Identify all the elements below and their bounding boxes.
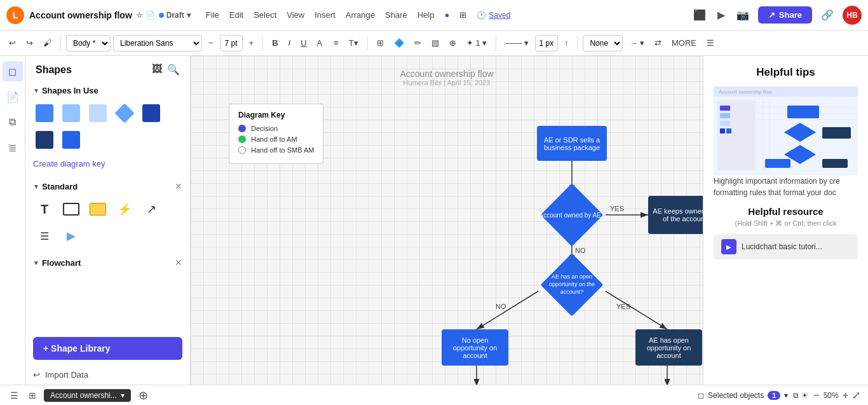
line-width-input[interactable] — [535, 35, 558, 51]
swap-button[interactable]: ⇄ — [651, 36, 665, 50]
play-shape[interactable]: ▶ — [60, 224, 83, 247]
bolt-shape[interactable]: ⚡ — [113, 198, 136, 221]
text-align-button[interactable]: ≡ — [330, 36, 342, 50]
shape-diamond[interactable] — [113, 102, 136, 125]
menu-share[interactable]: Share — [385, 10, 407, 20]
collapse-panel-button[interactable]: ☰ — [703, 36, 718, 50]
share-button[interactable]: ↗ Share — [758, 6, 812, 24]
effects-button[interactable]: ✦ 1 ▾ — [463, 36, 491, 50]
star-icon[interactable]: ☆ — [136, 11, 143, 20]
italic-button[interactable]: I — [285, 36, 295, 50]
standard-close-button[interactable]: ✕ — [175, 181, 182, 191]
redo-button[interactable]: ↪ — [22, 36, 37, 50]
font-size-input[interactable] — [220, 35, 243, 51]
link-icon[interactable]: 🔗 — [818, 6, 836, 24]
font-color-button[interactable]: A — [313, 36, 328, 50]
node-ae-sdr-label: AE or SDR sells a business package — [541, 136, 603, 151]
list-shape[interactable]: ☰ — [33, 224, 56, 247]
saved-indicator: 🕐 Saved — [477, 11, 510, 20]
menu-help[interactable]: Help — [417, 10, 435, 20]
zoom-in-button[interactable]: + — [843, 390, 848, 401]
selected-chevron[interactable]: ▾ — [784, 391, 788, 400]
node-open-opportunity[interactable]: AE has an open opportunity on the accoun… — [537, 263, 607, 307]
grid-icon[interactable]: ⊞ — [459, 10, 466, 20]
flowchart-close-button[interactable]: ✕ — [175, 257, 182, 268]
image-icon[interactable]: 🖼 — [152, 64, 162, 76]
text-format-button[interactable]: T▾ — [345, 36, 362, 50]
menu-select[interactable]: Select — [254, 10, 276, 20]
app-logo[interactable]: L — [6, 6, 24, 24]
more-button[interactable]: MORE — [668, 36, 700, 50]
data-panel-toggle[interactable]: ≣ — [3, 137, 23, 158]
rect-shape[interactable] — [60, 198, 83, 221]
shapes-panel-toggle[interactable]: ◻ — [3, 61, 23, 81]
canvas-area[interactable]: Account ownership flow Humera Bibi | Apr… — [191, 56, 703, 385]
undo-button[interactable]: ↩ — [5, 36, 20, 50]
end-style-select[interactable]: None — [583, 35, 623, 51]
list-view-button[interactable]: ☰ — [8, 388, 21, 403]
key-dot-handoff-smb — [238, 146, 246, 154]
fill-style-button[interactable]: ▧ — [428, 36, 443, 50]
create-diagram-key-link[interactable]: Create diagram key — [25, 156, 190, 176]
shape-library-button[interactable]: + Shape Library — [33, 337, 182, 360]
style-select[interactable]: Body * — [66, 35, 111, 51]
line-color-button[interactable]: ✏ — [410, 36, 425, 50]
insert-shape-button[interactable]: ⊞ — [373, 36, 388, 50]
node-ae-sdr-sells[interactable]: AE or SDR sells a business package — [537, 126, 607, 161]
import-data-button[interactable]: ↩ Import Data — [25, 365, 190, 385]
font-size-increase[interactable]: + — [245, 36, 258, 50]
section-flowchart[interactable]: ▼ Flowchart ✕ — [25, 252, 190, 271]
shape-pale-blue-rect[interactable] — [86, 102, 109, 125]
fit-screen-button[interactable]: ⤢ — [852, 389, 860, 401]
camera-icon[interactable]: 📷 — [734, 6, 752, 24]
doc-icon[interactable]: 📄 — [146, 11, 155, 20]
grid-view-button[interactable]: ⊞ — [26, 388, 39, 403]
draft-chevron[interactable]: ▾ — [187, 11, 191, 20]
line-end-button[interactable]: ↑ — [560, 36, 573, 50]
video-tutorial-button[interactable]: ▶ Lucidchart basic tutori... — [714, 234, 858, 259]
draft-badge: Draft ▾ — [159, 11, 191, 20]
node-account-owned[interactable]: Account owned by AE? — [537, 193, 607, 237]
fill-color-button[interactable]: 🔷 — [390, 36, 408, 50]
node-ae-keeps-ownership[interactable]: AE keeps ownership of the account — [648, 196, 703, 234]
underline-button[interactable]: U — [297, 36, 310, 50]
shape-blue-rect[interactable] — [33, 102, 56, 125]
menu-edit[interactable]: Edit — [229, 10, 243, 20]
arrow-select[interactable]: → ▾ — [625, 36, 648, 50]
presentation-icon[interactable]: ⬛ — [691, 6, 709, 24]
layers-button[interactable]: ⧉ ☀ — [793, 391, 808, 400]
format-paint-button[interactable]: 🖌 — [39, 36, 55, 50]
shape-navy-rect[interactable] — [33, 128, 56, 151]
section-shapes-in-use[interactable]: ▼ Shapes In Use — [25, 81, 190, 99]
add-tab-button[interactable]: ⊕ — [136, 386, 151, 405]
flowchart-triangle: ▼ — [33, 259, 39, 266]
text-shape[interactable]: T — [33, 198, 56, 221]
saved-label[interactable]: Saved — [489, 11, 510, 20]
font-size-decrease[interactable]: − — [205, 36, 217, 50]
font-select[interactable]: Liberation Sans — [113, 35, 202, 51]
shape-light-blue-rect[interactable] — [60, 102, 83, 125]
shape-mid-blue-rect[interactable] — [60, 128, 83, 151]
arrow-shape[interactable]: ↗ — [140, 198, 163, 221]
pages-panel-toggle[interactable]: 📄 — [3, 86, 23, 107]
avatar[interactable]: HB — [843, 6, 862, 25]
menu-file[interactable]: File — [206, 10, 219, 20]
diagram-key[interactable]: Diagram Key Decision Hand off to AM Hand… — [229, 104, 323, 164]
shape-dark-blue-rect[interactable] — [140, 102, 163, 125]
yellow-rect-shape[interactable] — [86, 198, 109, 221]
section-standard[interactable]: ▼ Standard ✕ — [25, 176, 190, 195]
layers-panel-toggle[interactable]: ⧉ — [3, 112, 23, 132]
menu-arrange[interactable]: Arrange — [346, 10, 375, 20]
search-icon[interactable]: 🔍 — [167, 64, 180, 76]
line-style-select[interactable]: —— ▾ — [501, 36, 532, 50]
bold-button[interactable]: B — [268, 36, 281, 50]
zoom-out-button[interactable]: − — [813, 390, 819, 401]
node-ae-has-open-opp[interactable]: AE has open opportunity on account — [635, 329, 702, 366]
menu-view[interactable]: View — [287, 10, 304, 20]
menu-insert[interactable]: Insert — [315, 10, 336, 20]
play-icon[interactable]: ▶ — [715, 6, 728, 24]
tab-account-ownership[interactable]: Account ownershi... ▾ — [44, 389, 131, 402]
diagram-key-item-1: Decision — [238, 125, 314, 132]
shadow-button[interactable]: ⊕ — [445, 36, 460, 50]
node-no-open-opp[interactable]: No open opportunity on account — [442, 329, 508, 366]
